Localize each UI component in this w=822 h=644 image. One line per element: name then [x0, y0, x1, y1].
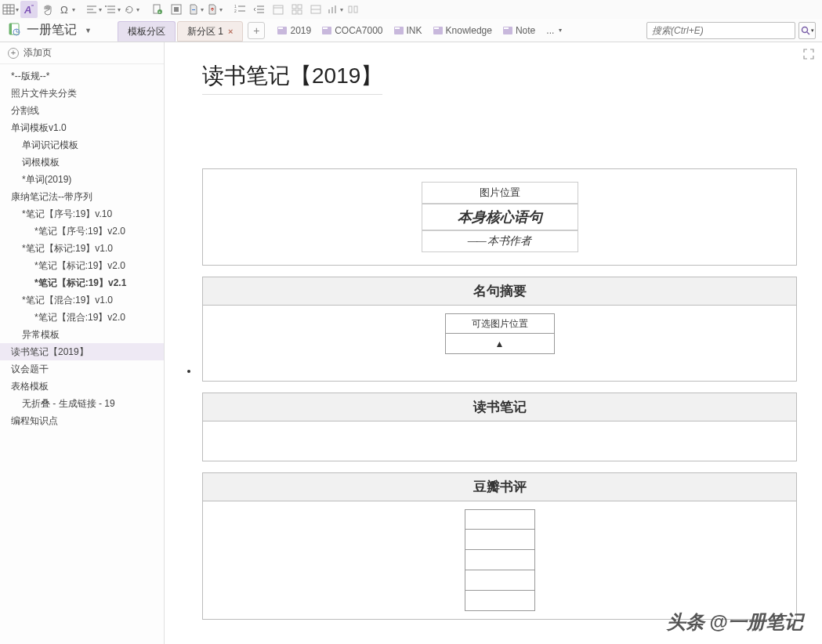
review-cell[interactable]: [465, 550, 535, 570]
svg-rect-37: [335, 5, 336, 13]
tab-templates[interactable]: 模板分区: [118, 21, 176, 42]
page-title[interactable]: 读书笔记【2019】: [202, 61, 382, 95]
page-item[interactable]: 表格模板: [0, 378, 164, 395]
page-item[interactable]: 读书笔记【2019】: [0, 343, 164, 360]
tab-new-section[interactable]: 新分区 1×: [177, 21, 243, 42]
page-item[interactable]: 单词模板v1.0: [0, 119, 164, 136]
search-box[interactable]: [646, 22, 795, 39]
notebook-icon: [8, 22, 22, 38]
page-item[interactable]: *笔记【混合:19】v2.0: [0, 309, 164, 326]
grid-icon[interactable]: [288, 1, 306, 18]
notebook-selector[interactable]: 一册笔记 ▼: [0, 19, 118, 42]
optional-image-cell[interactable]: 可选图片位置: [445, 313, 555, 334]
page-item[interactable]: *笔记【标记:19】v2.1: [0, 274, 164, 291]
text-highlight-icon[interactable]: A: [20, 1, 38, 18]
svg-rect-0: [3, 5, 14, 14]
bullet-row[interactable]: [203, 365, 796, 381]
page-item[interactable]: *笔记【标记:19】v1.0: [0, 240, 164, 257]
svg-rect-35: [328, 9, 330, 13]
chart-icon[interactable]: ▾: [326, 1, 343, 18]
page-item[interactable]: 词根模板: [0, 154, 164, 171]
page-item[interactable]: *笔记【混合:19】v1.0: [0, 291, 164, 309]
svg-line-54: [807, 32, 809, 34]
page-item[interactable]: *单词(2019): [0, 171, 164, 188]
hand-tool-icon[interactable]: [39, 1, 56, 18]
page-item[interactable]: *笔记【序号:19】v.10: [0, 205, 164, 223]
search-button[interactable]: ▾: [798, 22, 816, 39]
page-item[interactable]: 照片文件夹分类: [0, 85, 164, 102]
file-icon[interactable]: ▾: [186, 1, 204, 18]
fullscreen-icon[interactable]: [803, 49, 814, 62]
review-cell[interactable]: [465, 570, 535, 591]
page-item[interactable]: 康纳笔记法--带序列: [0, 188, 164, 205]
review-cell[interactable]: [465, 509, 535, 530]
export-icon[interactable]: ▾: [205, 1, 223, 18]
page-item[interactable]: 异常模板: [0, 326, 164, 343]
section-icon: [433, 27, 443, 34]
watermark-prefix: 头条: [667, 611, 710, 632]
section-icon: [394, 27, 404, 34]
insert-row-icon[interactable]: [307, 1, 324, 18]
quotes-section: 名句摘要 可选图片位置 ▲: [202, 277, 797, 382]
section-link-label: Knowledge: [446, 25, 492, 36]
page-item[interactable]: *--版规--*: [0, 67, 164, 85]
section-link-label: Note: [516, 25, 535, 36]
page-item[interactable]: *笔记【序号:19】v2.0: [0, 223, 164, 240]
symbol-icon[interactable]: Ω▾: [58, 1, 75, 18]
author-cell[interactable]: 本书作者: [422, 230, 578, 252]
svg-rect-50: [434, 27, 439, 29]
align-icon[interactable]: ▾: [85, 1, 102, 18]
expand-marker-cell[interactable]: ▲: [445, 334, 555, 354]
svg-rect-27: [273, 5, 283, 14]
magnify-icon: [801, 26, 810, 35]
image-pos-cell[interactable]: 图片位置: [422, 182, 578, 204]
bullet-icon: [187, 370, 190, 373]
section-link-2019[interactable]: 2019: [277, 25, 311, 36]
search-input[interactable]: [647, 25, 795, 36]
outdent-icon[interactable]: [251, 1, 268, 18]
page-canvas[interactable]: 读书笔记【2019】 图片位置 本身核心语句 本书作者 名句摘要 可选图片位置 …: [165, 42, 822, 644]
page-item[interactable]: *笔记【标记:19】v2.0: [0, 257, 164, 274]
section-link-ink[interactable]: INK: [394, 25, 422, 36]
svg-rect-19: [192, 9, 195, 10]
review-cell[interactable]: [465, 591, 535, 611]
core-sentence-cell[interactable]: 本身核心语句: [422, 204, 578, 230]
page-item[interactable]: 编程知识点: [0, 412, 164, 429]
table-icon[interactable]: ▾: [2, 1, 19, 18]
main-area: + 添加页 *--版规--*照片文件夹分类分割线单词模板v1.0单词识记模板词根…: [0, 42, 822, 644]
svg-rect-36: [331, 7, 333, 13]
review-cell[interactable]: [465, 530, 535, 550]
notes-section: 读书笔记: [202, 393, 797, 461]
reviews-body[interactable]: [203, 501, 796, 619]
section-icon: [277, 27, 287, 34]
section-link-coca[interactable]: COCA7000: [322, 25, 382, 36]
calendar-icon[interactable]: [270, 1, 287, 18]
more-tools-icon[interactable]: [345, 1, 362, 18]
search-area: ▾: [646, 19, 822, 42]
svg-text:+: +: [158, 9, 161, 14]
list-icon[interactable]: ▾: [103, 1, 121, 18]
section-link-more[interactable]: ...▾: [546, 25, 562, 36]
plus-icon: +: [8, 48, 19, 59]
section-link-label: 2019: [290, 25, 311, 36]
page-item[interactable]: 议会题干: [0, 360, 164, 378]
refresh-icon[interactable]: ▾: [122, 1, 139, 18]
svg-rect-39: [354, 6, 357, 13]
notes-body[interactable]: [203, 421, 796, 461]
new-page-icon[interactable]: +: [149, 1, 166, 18]
page-item[interactable]: 单词识记模板: [0, 136, 164, 154]
section-link-knowledge[interactable]: Knowledge: [433, 25, 492, 36]
watermark-at: @: [710, 611, 728, 632]
add-page-button[interactable]: + 添加页: [0, 42, 164, 64]
add-tab-button[interactable]: +: [248, 22, 265, 39]
template-icon[interactable]: [168, 1, 185, 18]
page-item[interactable]: 无折叠 - 生成链接 - 19: [0, 395, 164, 412]
svg-point-13: [105, 5, 107, 7]
numbered-list-icon[interactable]: 12: [232, 1, 249, 18]
watermark: 头条 @一册笔记: [667, 610, 803, 635]
close-icon[interactable]: ×: [228, 27, 233, 36]
section-link-label: COCA7000: [335, 25, 382, 36]
nav-row: 一册笔记 ▼ 模板分区 新分区 1× + 2019 COCA7000 INK K…: [0, 19, 822, 42]
page-item[interactable]: 分割线: [0, 102, 164, 119]
section-link-note[interactable]: Note: [503, 25, 535, 36]
